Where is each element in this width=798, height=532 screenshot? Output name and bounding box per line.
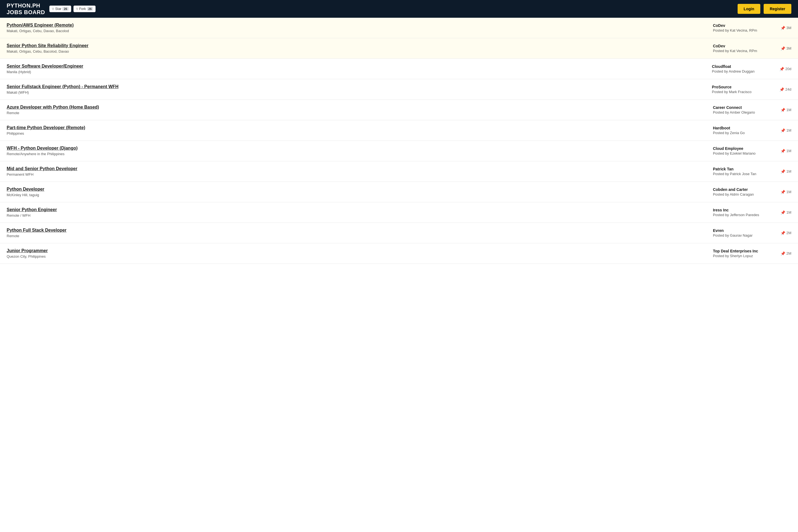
company-name: Iress Inc [713, 208, 774, 212]
age-label: 1M [786, 210, 791, 214]
job-title[interactable]: WFH - Python Developer (Django) [7, 146, 703, 151]
job-meta: Cobden and Carter Posted by Aldrin Carag… [703, 187, 791, 196]
pin-icon: 📌 [781, 251, 785, 256]
company-info: Cloudfloat Posted by Andrew Duggan [712, 64, 773, 73]
job-age: 📌 1M [781, 149, 791, 153]
age-label: 1M [786, 149, 791, 153]
age-label: 2M [786, 231, 791, 235]
company-name: Cloudfloat [712, 64, 773, 69]
company-info: Evren Posted by Gaurav Nagar [713, 228, 774, 238]
company-info: Cloud Employee Posted by Ezekiel Mariano [713, 146, 774, 155]
job-title[interactable]: Senior Python Engineer [7, 207, 703, 212]
posted-by: Posted by Zenia Go [713, 131, 774, 135]
job-age: 📌 3M [781, 46, 791, 51]
github-badges: ⑂ Star 26 ⑂ Fork 26 [49, 5, 96, 12]
star-badge[interactable]: ⑂ Star 26 [49, 5, 71, 12]
job-title[interactable]: Azure Developer with Python (Home Based) [7, 105, 703, 110]
header-right: Login Register [738, 4, 791, 14]
job-info: Python Developer McKinley Hill, taguig [7, 187, 703, 197]
site-header: PYTHON.PH JOBS BOARD ⑂ Star 26 ⑂ Fork 26… [0, 0, 798, 18]
pin-icon: 📌 [781, 26, 785, 30]
table-row: Python Full Stack Developer Remote Evren… [0, 223, 798, 243]
fork-label: Fork [79, 7, 86, 11]
posted-by: Posted by Mark Fracisco [712, 90, 773, 94]
fork-badge[interactable]: ⑂ Fork 26 [73, 5, 96, 12]
pin-icon: 📌 [779, 87, 784, 92]
pin-icon: 📌 [781, 128, 785, 133]
job-location: McKinley Hill, taguig [7, 193, 703, 197]
company-info: CoDev Posted by Kat Vecina, RPm [713, 44, 774, 53]
job-info: Senior Software Developer/Engineer Manil… [7, 64, 703, 74]
pin-icon: 📌 [781, 169, 785, 174]
job-info: Mid and Senior Python Developer Permanen… [7, 166, 703, 176]
table-row: Part-time Python Developer (Remote) Phil… [0, 120, 798, 141]
company-name: CoDev [713, 23, 774, 28]
age-label: 24d [785, 87, 791, 92]
table-row: WFH - Python Developer (Django) Remote/A… [0, 141, 798, 161]
table-row: Senior Python Engineer Remote / WFH Ires… [0, 202, 798, 223]
job-title[interactable]: Senior Python Site Reliability Engineer [7, 43, 703, 48]
job-location: Remote/Anywhere in the Philippines [7, 152, 703, 156]
table-row: Junior Programmer Quezon City, Philippin… [0, 243, 798, 264]
age-label: 3M [786, 26, 791, 30]
login-button[interactable]: Login [738, 4, 760, 14]
job-title[interactable]: Python Developer [7, 187, 703, 192]
job-title[interactable]: Python/AWS Engineer (Remote) [7, 23, 703, 28]
job-title[interactable]: Python Full Stack Developer [7, 228, 703, 233]
company-info: Top Deal Enterprises Inc Posted by Sherl… [713, 249, 774, 258]
star-count: 26 [62, 7, 69, 11]
posted-by: Posted by Andrew Duggan [712, 69, 773, 73]
table-row: Senior Fullstack Engineer (Python) - Per… [0, 79, 798, 100]
company-name: Top Deal Enterprises Inc [713, 249, 774, 253]
job-title[interactable]: Part-time Python Developer (Remote) [7, 125, 703, 130]
job-list: Python/AWS Engineer (Remote) Makati, Ort… [0, 18, 798, 264]
job-title[interactable]: Senior Fullstack Engineer (Python) - Per… [7, 84, 703, 89]
job-location: Makati, Ortigas, Cebu, Davao, Bacolod [7, 29, 703, 33]
job-info: Junior Programmer Quezon City, Philippin… [7, 248, 703, 259]
job-meta: Hardboot Posted by Zenia Go 📌 1M [703, 126, 791, 135]
pin-icon: 📌 [781, 46, 785, 51]
job-info: Python Full Stack Developer Remote [7, 228, 703, 238]
company-info: Patrick Tan Posted by Patrick Jose Tan [713, 167, 774, 176]
job-meta: Top Deal Enterprises Inc Posted by Sherl… [703, 249, 791, 258]
job-info: Python/AWS Engineer (Remote) Makati, Ort… [7, 23, 703, 33]
table-row: Senior Python Site Reliability Engineer … [0, 38, 798, 59]
job-meta: CoDev Posted by Kat Vecina, RPm 📌 3M [703, 23, 791, 33]
job-location: Remote / WFH [7, 213, 703, 217]
posted-by: Posted by Ezekiel Mariano [713, 151, 774, 155]
job-age: 📌 1M [781, 169, 791, 174]
posted-by: Posted by Jefferson Paredes [713, 213, 774, 217]
age-label: 1M [786, 108, 791, 112]
age-label: 3M [786, 46, 791, 51]
company-name: Cobden and Carter [713, 187, 774, 192]
table-row: Mid and Senior Python Developer Permanen… [0, 161, 798, 182]
job-meta: CoDev Posted by Kat Vecina, RPm 📌 3M [703, 44, 791, 53]
fork-icon: ⑂ [76, 7, 78, 11]
job-info: Azure Developer with Python (Home Based)… [7, 105, 703, 115]
job-meta: ProSource Posted by Mark Fracisco 📌 24d [703, 85, 791, 94]
job-title[interactable]: Mid and Senior Python Developer [7, 166, 703, 171]
job-meta: Cloud Employee Posted by Ezekiel Mariano… [703, 146, 791, 155]
posted-by: Posted by Amber Olegario [713, 110, 774, 114]
job-age: 📌 1M [781, 210, 791, 215]
job-meta: Cloudfloat Posted by Andrew Duggan 📌 20d [703, 64, 791, 73]
job-title[interactable]: Junior Programmer [7, 248, 703, 253]
job-age: 📌 20d [779, 67, 791, 71]
header-left: PYTHON.PH JOBS BOARD ⑂ Star 26 ⑂ Fork 26 [7, 2, 96, 16]
company-info: Iress Inc Posted by Jefferson Paredes [713, 208, 774, 217]
site-logo: PYTHON.PH JOBS BOARD [7, 2, 45, 16]
job-age: 📌 1M [781, 190, 791, 194]
age-label: 20d [785, 67, 791, 71]
register-button[interactable]: Register [764, 4, 791, 14]
job-meta: Career Connect Posted by Amber Olegario … [703, 105, 791, 114]
pin-icon: 📌 [781, 108, 785, 112]
job-title[interactable]: Senior Software Developer/Engineer [7, 64, 703, 69]
company-name: Hardboot [713, 126, 774, 130]
posted-by: Posted by Kat Vecina, RPm [713, 28, 774, 33]
job-info: WFH - Python Developer (Django) Remote/A… [7, 146, 703, 156]
job-location: Philippines [7, 131, 703, 135]
age-label: 1M [786, 190, 791, 194]
github-icon: ⑂ [52, 7, 54, 11]
company-name: Cloud Employee [713, 146, 774, 151]
company-info: ProSource Posted by Mark Fracisco [712, 85, 773, 94]
